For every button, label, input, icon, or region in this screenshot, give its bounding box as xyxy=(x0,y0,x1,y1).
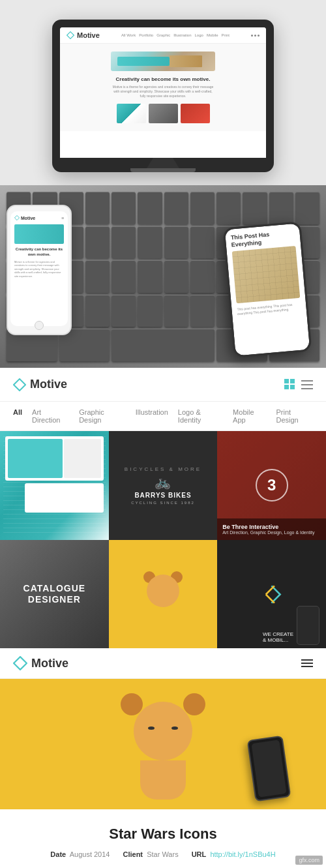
portfolio-item-starwars[interactable] xyxy=(109,540,218,649)
monitor-thumb-3 xyxy=(181,104,210,123)
wp-tagline: Creativity can become its own motive. xyxy=(14,247,64,258)
post-url-link[interactable]: http://bit.ly/1nSBu4H xyxy=(210,850,275,858)
phone-post-text: This post has everything This post has e… xyxy=(237,301,301,316)
svg-marker-0 xyxy=(67,32,74,39)
portfolio-item-mobile-app[interactable]: WE CREATE& MOBIL... xyxy=(217,540,326,649)
post-content: Star Wars Icons Date August 2014 Client … xyxy=(0,809,326,868)
leia-hero-bun-right xyxy=(183,693,205,715)
portfolio-grid: BICYCLES & MORE 🚲 BARRYS BIKES CYCLING S… xyxy=(0,431,326,648)
post-logo-text: Motive xyxy=(31,657,68,670)
portfolio-item-barrys-bikes[interactable]: BICYCLES & MORE 🚲 BARRYS BIKES CYCLING S… xyxy=(109,431,218,540)
filter-graphic-design[interactable]: Graphic Design xyxy=(79,408,126,424)
post-client-label: Client xyxy=(123,850,143,858)
post-meta-url: URL http://bit.ly/1nSBu4H xyxy=(192,850,276,858)
monitor-desc: Motive is a theme for agencies and creat… xyxy=(111,85,215,98)
filter-art-direction[interactable]: Art Direction xyxy=(32,408,69,424)
barrys-bikes-content: BICYCLES & MORE 🚲 BARRYS BIKES CYCLING S… xyxy=(125,431,201,540)
portfolio-item-be-three[interactable]: 3 Be Three Interactive Art Direction, Gr… xyxy=(217,431,326,540)
filter-all[interactable]: All xyxy=(13,408,22,424)
wp-hero-image xyxy=(14,224,64,244)
portfolio-section: Motive All Art Direction Graphic Design … xyxy=(0,368,326,648)
monitor-thumb-1 xyxy=(117,104,146,123)
post-logo: Motive xyxy=(13,656,68,670)
key xyxy=(190,295,215,327)
monitor-screen: Motive All Work Portfolio Graphic Illust… xyxy=(60,27,266,158)
monitor-hero-image xyxy=(111,52,215,71)
phone-post-title: This Post Has Everything xyxy=(230,229,295,248)
key xyxy=(190,260,215,293)
laptop-section: This Post Has Everything This post has e… xyxy=(0,185,326,368)
screen-mockup-2 xyxy=(25,483,104,513)
portfolio-logo: Motive xyxy=(13,378,67,391)
key xyxy=(164,260,188,293)
portfolio-diamond-icon xyxy=(13,378,26,391)
post-section: Motive Star Wars Icons xyxy=(0,648,326,868)
monitor-logo: Motive xyxy=(67,31,100,39)
post-url-label: URL xyxy=(192,850,207,858)
wp-home-button xyxy=(35,321,44,330)
leia-hero-head xyxy=(134,702,192,760)
key xyxy=(111,226,136,259)
portfolio-item-1[interactable] xyxy=(0,431,109,540)
screen-mockup-1 xyxy=(5,436,104,481)
key xyxy=(138,260,162,293)
key xyxy=(138,192,162,224)
monitor-base xyxy=(130,168,196,172)
monitor-thumb-2 xyxy=(149,104,178,123)
laptop-background: This Post Has Everything This post has e… xyxy=(0,185,326,368)
wp-desc: Motive is a theme for agencies and creat… xyxy=(14,260,64,278)
filter-illustration[interactable]: Illustration xyxy=(136,408,168,424)
monitor-logo-text: Motive xyxy=(77,31,100,39)
wp-logo-text: Motive xyxy=(21,216,35,220)
portfolio-header: Motive xyxy=(0,368,326,402)
phone-on-laptop: This Post Has Everything This post has e… xyxy=(223,221,312,358)
barrys-bikes-title: BARRYS BIKES xyxy=(134,492,191,499)
svg-marker-1 xyxy=(14,215,19,220)
filter-print-design[interactable]: Print Design xyxy=(276,408,313,424)
leia-hero-figure xyxy=(114,685,212,803)
catalogue-title: CATALOGUEDESIGNER xyxy=(23,583,86,605)
post-meta-date: Date August 2014 xyxy=(50,850,110,858)
bicycles-text: BICYCLES & MORE xyxy=(125,466,201,472)
svg-rect-6 xyxy=(290,385,295,389)
monitor-tagline: Creativity can become its own motive. xyxy=(116,76,211,82)
key xyxy=(164,295,188,327)
monitor-nav-links: All Work Portfolio Graphic Illustration … xyxy=(121,33,230,37)
key xyxy=(164,226,188,259)
site-watermark: gfx.com xyxy=(295,856,323,865)
key xyxy=(111,260,136,293)
key xyxy=(111,192,136,224)
mobile-app-text: WE CREATE& MOBIL... xyxy=(263,631,293,643)
list-view-icon[interactable] xyxy=(301,379,313,391)
key xyxy=(216,192,241,224)
post-date-value: August 2014 xyxy=(70,850,110,858)
svg-rect-4 xyxy=(290,379,295,383)
svg-rect-3 xyxy=(284,379,289,383)
monitor-frame: Motive All Work Portfolio Graphic Illust… xyxy=(52,20,274,172)
phone-post-image xyxy=(232,246,301,303)
key xyxy=(190,192,215,224)
filter-logo-identity[interactable]: Logo & Identity xyxy=(178,408,223,424)
app-logo-icon xyxy=(260,583,283,606)
wp-menu-icon: ≡ xyxy=(61,216,64,220)
phone-screen: This Post Has Everything This post has e… xyxy=(225,223,310,355)
svg-marker-2 xyxy=(14,379,25,391)
key xyxy=(295,192,319,224)
key xyxy=(85,295,110,327)
hamburger-menu[interactable] xyxy=(301,659,313,667)
be-three-title: Be Three Interactive xyxy=(222,524,321,530)
filter-nav: All Art Direction Graphic Design Illustr… xyxy=(0,402,326,431)
key xyxy=(269,192,293,224)
post-hero-phone xyxy=(247,736,291,802)
diamond-icon xyxy=(67,31,74,39)
post-hero-image xyxy=(0,679,326,809)
barrys-bikes-subtitle: CYCLING SINCE 1982 xyxy=(131,501,195,505)
key xyxy=(190,226,215,259)
leia-icon xyxy=(143,571,183,617)
portfolio-item-catalogue[interactable]: CATALOGUEDESIGNER xyxy=(0,540,109,649)
monitor-hero: Creativity can become its own motive. Mo… xyxy=(60,44,266,131)
post-title: Star Wars Icons xyxy=(16,826,310,843)
grid-view-icon[interactable] xyxy=(284,379,296,391)
portfolio-controls xyxy=(284,379,313,391)
filter-mobile-app[interactable]: Mobile App xyxy=(233,408,266,424)
